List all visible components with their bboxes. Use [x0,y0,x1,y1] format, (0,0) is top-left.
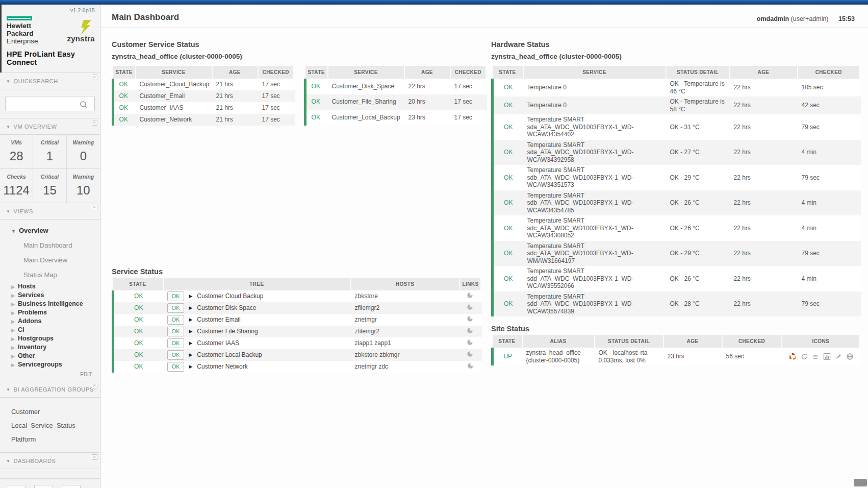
search-icon[interactable] [79,99,94,109]
scroll-indicator[interactable] [854,479,867,486]
views-item[interactable]: ▶Inventory [4,343,96,352]
tree-service-label[interactable]: Customer Local Backup [197,351,262,359]
bi-group-item[interactable]: Platform [11,432,95,446]
status-detail-cell: OK - localhost: rta 0.033ms, lost 0% [595,348,663,365]
close-icon[interactable]: × [92,454,97,460]
expand-triangle-icon[interactable]: ▶ [189,316,192,324]
search-input[interactable] [6,96,79,111]
expand-triangle-icon[interactable]: ▶ [189,304,192,312]
quicksearch-header[interactable]: ▼QUICKSEARCH × [0,73,100,89]
views-item[interactable]: ▶Services [4,291,96,300]
tree-state-badge[interactable]: OK [167,327,185,336]
service-name[interactable]: Temperature SMART sda_ATA_WDC_WD1003FBYX… [523,114,666,140]
service-name[interactable]: Customer_Email [136,90,212,102]
views-subitem[interactable]: Status Map [4,267,96,282]
expand-triangle-icon[interactable]: ▶ [189,351,192,359]
service-name[interactable]: Temperature SMART sda_ATA_WDC_WD1003FBYX… [523,140,666,165]
service-name[interactable]: Customer_IAAS [136,102,212,114]
hosts-cell[interactable]: znetmgr [351,314,459,326]
tree-state-badge[interactable]: OK [167,291,185,301]
tree-service-label[interactable]: Customer IAAS [197,339,239,347]
views-header[interactable]: ▼VIEWS × [0,203,100,219]
views-item[interactable]: ▶Other [4,352,96,360]
pencil-icon[interactable] [835,353,842,360]
pie-chart-icon[interactable] [467,304,473,310]
pie-chart-icon[interactable] [467,292,473,299]
bi-groups-header[interactable]: ▼BI AGGREGATION GROUPS × [0,381,100,398]
refresh-icon[interactable] [801,353,808,360]
tree-state-badge[interactable]: OK [167,350,185,360]
vm-overview-header[interactable]: ▼VM OVERVIEW × [0,118,100,135]
expand-triangle-icon[interactable]: ▶ [189,292,192,300]
close-icon[interactable]: × [92,205,97,210]
expand-triangle-icon[interactable]: ▶ [189,328,192,335]
bi-group-item[interactable]: Customer [11,405,95,419]
views-item[interactable]: ▶CI [4,326,96,334]
tree-service-label[interactable]: Customer Email [197,316,240,324]
views-item[interactable]: ▶Hosts [4,282,96,291]
service-name[interactable]: Temperature SMART sdd_ATA_WDC_WD1003FBYX… [523,291,666,317]
dashboards-header[interactable]: ▼DASHBOARDS × [0,453,100,469]
pie-chart-icon[interactable] [467,315,473,322]
globe-icon[interactable] [846,353,854,360]
views-item[interactable]: ▶Addons [4,317,96,326]
logout-button[interactable] [62,485,81,488]
bar-chart-icon[interactable] [823,353,831,360]
search-box [5,96,95,111]
edit-link[interactable]: EDIT [4,369,96,379]
views-item[interactable]: ▶Problems [4,308,96,317]
views-subitem[interactable]: Main Overview [4,253,96,267]
close-icon[interactable]: × [92,120,97,126]
list-icon[interactable] [812,353,819,360]
service-name[interactable]: Customer_Local_Backup [328,110,404,126]
user-name[interactable]: omdadmin [757,15,789,22]
close-icon[interactable]: × [92,75,97,80]
views-item[interactable]: ▶Business Intelligence [4,300,96,308]
tree-service-label[interactable]: Customer Cloud Backup [197,292,263,300]
tree-state-badge[interactable]: OK [167,315,185,325]
pie-chart-icon[interactable] [467,351,473,357]
pie-chart-icon[interactable] [467,362,474,369]
tree-state-badge[interactable]: OK [167,362,185,372]
hosts-cell[interactable]: zbkstore zbkmgr [351,349,459,361]
service-name[interactable]: Temperature SMART sdc_ATA_WDC_WD1003FBYX… [523,215,666,241]
pie-chart-icon[interactable] [467,327,473,334]
service-name[interactable]: Temperature SMART sdb_ATA_WDC_WD1003FBYX… [523,190,666,216]
service-name[interactable]: Temperature SMART sdb_ATA_WDC_WD1003FBYX… [523,165,666,190]
views-item[interactable]: ▶Servicegroups [4,360,96,369]
hosts-cell[interactable]: znetmgr zdc [351,361,459,373]
alias-cell[interactable]: zynstra_head_office (cluster-0000-0005) [522,348,595,365]
close-icon[interactable]: × [92,383,97,388]
service-name[interactable]: Customer_Disk_Space [328,79,404,94]
expand-triangle-icon[interactable]: ▶ [189,339,192,347]
service-name[interactable]: Customer_Network [136,114,212,126]
tree-service-label[interactable]: Customer Network [197,363,247,371]
service-name[interactable]: Temperature SMART sdd_ATA_WDC_WD1003FBYX… [523,266,666,291]
tree-service-label[interactable]: Customer File Sharing [197,328,258,335]
state-cell: OK [113,114,136,126]
service-name[interactable]: Customer_Cloud_Backup [136,79,212,90]
settings-button[interactable] [34,485,53,488]
cascade-windows-button[interactable] [7,485,25,488]
views-item[interactable]: ▶Hostgroups [4,334,96,343]
hosts-cell[interactable]: zbkstore [351,290,459,302]
pie-chart-icon[interactable] [467,339,473,346]
hosts-cell[interactable]: zlapp1 zapp1 [351,337,459,349]
tree-service-label[interactable]: Customer Disk Space [197,304,256,312]
ubuntu-icon[interactable] [789,353,797,360]
service-name[interactable]: Customer_File_Sharing [328,94,404,110]
expand-triangle-icon[interactable]: ▶ [189,363,192,371]
vm-stat-cell: Warning 0 [67,135,100,169]
hosts-cell[interactable]: zfilemgr2 [351,326,459,337]
tree-state-badge[interactable]: OK [167,338,185,348]
bi-group-item[interactable]: Local_Service_Status [11,419,95,432]
views-subitem[interactable]: Main Dashboard [4,238,96,253]
tree-state-badge[interactable]: OK [167,303,185,313]
service-name[interactable]: Temperature 0 [523,79,666,96]
views-item-overview[interactable]: ▼Overview [4,225,96,238]
status-detail-cell: OK - 26 °C [666,215,730,241]
service-name[interactable]: Temperature 0 [523,96,666,114]
checked-cell: 17 sec [258,102,295,114]
hosts-cell[interactable]: zfilemgr2 [351,302,459,314]
service-name[interactable]: Temperature SMART sdc_ATA_WDC_WD1003FBYX… [523,241,666,266]
